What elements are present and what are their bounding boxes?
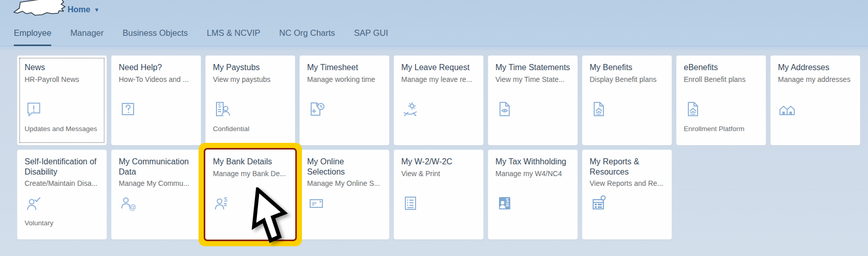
tile-my-paystubs[interactable]: My Paystubs View my paystubs $ Confident… xyxy=(205,55,295,145)
tile-title: News xyxy=(17,56,106,73)
card-lines-icon xyxy=(307,194,326,212)
tile-subtitle: View & Print xyxy=(394,167,483,178)
tile-ebenefits[interactable]: eBenefits Enroll Benefit plans Enrollmen… xyxy=(676,55,766,145)
tile-area: News HR-Payroll News Updates and Message… xyxy=(0,46,868,240)
two-houses-icon xyxy=(778,100,796,118)
tile-subtitle: Manage My Online S... xyxy=(300,177,389,187)
tile-title: My Paystubs xyxy=(206,56,295,73)
home-label: Home xyxy=(68,5,90,14)
tile-title: My Online Selections xyxy=(300,150,389,177)
tile-footer: Updates and Messages xyxy=(25,125,101,133)
svg-text:$: $ xyxy=(506,198,509,203)
tab-business-objects[interactable]: Business Objects xyxy=(123,20,188,46)
tile-title: My Benefits xyxy=(582,56,671,73)
tile-my-online-selections[interactable]: My Online Selections Manage My Online S.… xyxy=(299,150,389,240)
tab-label: NC Org Charts xyxy=(279,28,335,38)
tile-title: My Leave Request xyxy=(394,56,483,73)
tile-my-w2-w2c[interactable]: My W-2/W-2C View & Print xyxy=(394,150,484,240)
question-mark-icon xyxy=(119,100,137,118)
tab-bar: Employee Manager Business Objects LMS & … xyxy=(0,20,868,46)
chevron-down-icon: ▼ xyxy=(94,7,99,13)
document-clock-icon xyxy=(307,100,326,118)
tab-employee[interactable]: Employee xyxy=(14,20,51,46)
tile-my-leave-request[interactable]: My Leave Request Manage my leave re... xyxy=(394,55,484,145)
tab-sap-gui[interactable]: SAP GUI xyxy=(354,20,388,46)
paystub-person-icon: $ xyxy=(213,100,231,118)
tile-my-time-statements[interactable]: My Time Statements View my Time State... xyxy=(488,55,578,145)
tile-my-addresses[interactable]: My Addresses Manage my addresses xyxy=(770,55,860,145)
tab-label: Employee xyxy=(14,28,51,38)
tile-subtitle: Enroll Benefit plans xyxy=(677,73,766,83)
alert-bubble-icon xyxy=(25,100,43,118)
tile-title: My Bank Details xyxy=(206,150,295,167)
tile-footer: Enrollment Platform xyxy=(684,125,761,133)
tile-my-communication-data[interactable]: My Communication Data Manage My Commu...… xyxy=(111,150,201,240)
tile-title: eBenefits xyxy=(677,56,766,73)
tile-title: My Addresses xyxy=(771,56,860,73)
list-document-icon xyxy=(401,194,420,212)
tile-subtitle: Display Benefit plans xyxy=(582,73,671,83)
tile-news[interactable]: News HR-Payroll News Updates and Message… xyxy=(17,55,107,145)
tile-subtitle: Manage working time xyxy=(300,73,389,83)
tile-my-benefits[interactable]: My Benefits Display Benefit plans xyxy=(582,55,672,145)
document-family-icon xyxy=(590,100,608,118)
document-family-icon xyxy=(684,100,702,118)
tab-lms-ncvip[interactable]: LMS & NCVIP xyxy=(207,20,261,46)
svg-text:@: @ xyxy=(129,203,136,211)
home-dropdown[interactable]: Home ▼ xyxy=(68,5,99,14)
tile-subtitle: HR-Payroll News xyxy=(17,73,106,83)
tile-need-help[interactable]: Need Help? How-To Videos and ... xyxy=(111,55,201,145)
tile-footer: Voluntary xyxy=(25,219,101,227)
tile-self-identification-of-disability[interactable]: Self-Identification of Disability Create… xyxy=(17,150,107,240)
tile-title: Need Help? xyxy=(112,56,201,73)
tile-my-reports-resources[interactable]: My Reports & Resources View Reports and … xyxy=(582,150,672,240)
tile-title: My W-2/W-2C xyxy=(394,150,483,167)
svg-text:$: $ xyxy=(218,103,221,109)
tab-label: Manager xyxy=(70,28,103,38)
tile-footer: Confidential xyxy=(213,125,290,133)
svg-text:$: $ xyxy=(224,196,228,203)
tile-subtitle: View my paystubs xyxy=(206,73,295,83)
tile-my-bank-details[interactable]: My Bank Details Manage my Bank De... $ xyxy=(205,150,295,240)
tile-subtitle: Manage my addresses xyxy=(771,73,860,83)
person-dollar-icon: $ xyxy=(213,194,231,212)
north-carolina-logo-icon xyxy=(12,0,73,21)
tile-title: My Time Statements xyxy=(488,56,577,73)
tile-title: My Reports & Resources xyxy=(582,150,671,177)
tab-label: Business Objects xyxy=(123,28,188,38)
tile-subtitle: View my Time State... xyxy=(488,73,577,83)
tile-subtitle: Manage my leave re... xyxy=(394,73,483,83)
person-at-icon: @ xyxy=(119,194,137,212)
tile-title: My Timesheet xyxy=(300,56,389,73)
person-check-icon xyxy=(25,194,43,212)
tile-subtitle: Manage My Commu... xyxy=(112,177,201,187)
tab-nc-org-charts[interactable]: NC Org Charts xyxy=(279,20,335,46)
tab-manager[interactable]: Manager xyxy=(70,20,103,46)
top-bar: Home ▼ xyxy=(0,0,868,20)
tile-subtitle: View Reports and Re... xyxy=(582,177,671,187)
tile-title: My Communication Data xyxy=(112,150,201,177)
tile-title: My Tax Withholding xyxy=(488,150,577,167)
document-eye-icon xyxy=(495,100,514,118)
tile-my-timesheet[interactable]: My Timesheet Manage working time xyxy=(299,55,389,145)
tile-grid: News HR-Payroll News Updates and Message… xyxy=(17,55,868,240)
tab-label: SAP GUI xyxy=(354,28,388,38)
tile-title: Self-Identification of Disability xyxy=(17,150,106,177)
id-card-dollar-icon: $ xyxy=(495,194,514,212)
tile-my-tax-withholding[interactable]: My Tax Withholding Manage my W4/NC4 $ xyxy=(488,150,578,240)
table-search-icon xyxy=(590,194,608,212)
tile-subtitle: Manage my W4/NC4 xyxy=(488,167,577,178)
sun-lounger-icon xyxy=(401,100,420,118)
tile-subtitle: How-To Videos and ... xyxy=(112,73,201,83)
tile-subtitle: Manage my Bank De... xyxy=(206,167,295,178)
tab-label: LMS & NCVIP xyxy=(207,28,261,38)
tile-subtitle: Create/Maintain Disa... xyxy=(17,177,106,187)
